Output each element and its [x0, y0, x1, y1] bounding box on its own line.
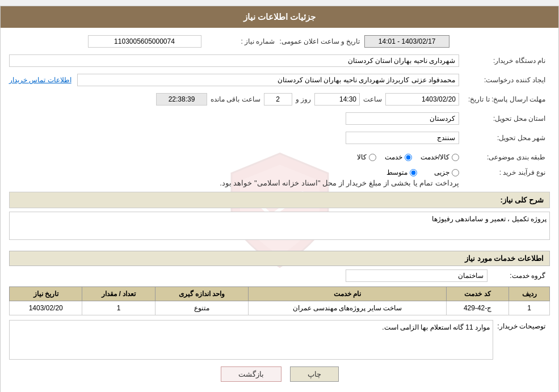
buyer-notes-textarea[interactable] — [9, 320, 493, 360]
deadline-remaining-value: 22:38:39 — [156, 93, 207, 106]
purchase-type-label: نوع فرآیند خرید : — [459, 168, 550, 176]
buttons-row: چاپ بازگشت — [9, 366, 550, 382]
deadline-time: 14:30 — [314, 93, 360, 106]
cell-name: ساخت سایر پروژه‌های مهندسی عمران — [249, 301, 447, 315]
province-label: استان محل تحویل: — [459, 115, 550, 123]
cell-unit: متنوع — [155, 301, 248, 315]
creator-label: ایجاد کننده درخواست: — [459, 76, 550, 84]
buyer-org-label: نام دستگاه خریدار: — [459, 57, 550, 65]
description-section-title: شرح کلی نیاز: — [9, 192, 550, 208]
service-group-value: ساختمان — [346, 269, 487, 282]
col-header-unit: واحد اندازه گیری — [155, 287, 248, 301]
col-header-date: تاریخ نیاز — [10, 287, 82, 301]
cell-code: ج-42-429 — [446, 301, 509, 315]
print-button[interactable]: چاپ — [290, 366, 339, 382]
category-radio-group: کالا/خدمت خدمت کالا — [357, 153, 459, 161]
buyer-notes-label: توصیحات خریدار: — [493, 320, 550, 330]
category-radio-kala[interactable] — [369, 154, 376, 161]
purchase-type-radio-jozyi[interactable] — [452, 169, 459, 176]
back-button[interactable]: بازگشت — [221, 366, 281, 382]
cell-date: 1403/02/20 — [10, 301, 82, 315]
city-label: شهر محل تحویل: — [459, 134, 550, 142]
purchase-type-jozyi: جزیی — [434, 168, 459, 176]
contact-link[interactable]: اطلاعات تماس خریدار — [9, 76, 72, 84]
cell-quantity: 1 — [82, 301, 155, 315]
category-option-kala: کالا — [357, 153, 376, 161]
purchase-type-radio-motavasset[interactable] — [410, 169, 417, 176]
category-label: طبقه بندی موضوعی: — [459, 153, 550, 161]
page-title: جزئیات اطلاعات نیاز — [243, 12, 316, 22]
service-group-label: گروه خدمت: — [487, 272, 550, 280]
announce-date-label: تاریخ و ساعت اعلان عمومی: — [280, 37, 360, 45]
deadline-time-label: ساعت — [363, 95, 382, 103]
deadline-date: 1403/02/20 — [385, 93, 459, 106]
buyer-org-value: شهرداری ناحیه بهاران استان کردستان — [9, 54, 459, 67]
page-header: جزئیات اطلاعات نیاز — [1, 6, 558, 28]
table-row: 1 ج-42-429 ساخت سایر پروژه‌های مهندسی عم… — [10, 301, 550, 315]
deadline-day-label: روز و — [296, 95, 311, 103]
purchase-type-motavasset: متوسط — [386, 168, 417, 176]
deadline-day-value: 2 — [264, 93, 292, 106]
deadline-label: مهلت ارسال پاسخ: تا تاریخ: — [459, 95, 550, 103]
cell-row: 1 — [509, 301, 550, 315]
col-header-row: ردیف — [509, 287, 550, 301]
col-header-code: کد خدمت — [446, 287, 509, 301]
col-header-qty: تعداد / مقدار — [82, 287, 155, 301]
col-header-name: نام خدمت — [249, 287, 447, 301]
need-number-value: 1103005605000074 — [88, 35, 201, 48]
creator-value: محمدفواد عزتی کاربرداز شهرداری ناحیه بها… — [77, 74, 459, 86]
purchase-type-note: پرداخت تمام یا بخشی از مبلغ خریدار از مح… — [220, 179, 459, 187]
city-value: سنندج — [346, 132, 459, 144]
services-section-title: اطلاعات خدمات مورد نیاز — [9, 251, 550, 266]
items-table: ردیف کد خدمت نام خدمت واحد اندازه گیری ت… — [9, 286, 550, 315]
category-option-khedmat: خدمت — [385, 153, 412, 161]
category-radio-khedmat[interactable] — [405, 154, 412, 161]
category-radio-kala-khedmat[interactable] — [452, 154, 459, 161]
province-value: کردستان — [346, 112, 459, 125]
need-number-label: شماره نیاز : — [206, 37, 280, 45]
announce-date-value: 1403/02/17 - 14:01 — [364, 35, 449, 48]
description-textarea[interactable] — [9, 212, 550, 240]
deadline-remaining-label: ساعت باقی مانده — [211, 95, 260, 103]
category-option-kala-khedmat: کالا/خدمت — [421, 153, 459, 161]
